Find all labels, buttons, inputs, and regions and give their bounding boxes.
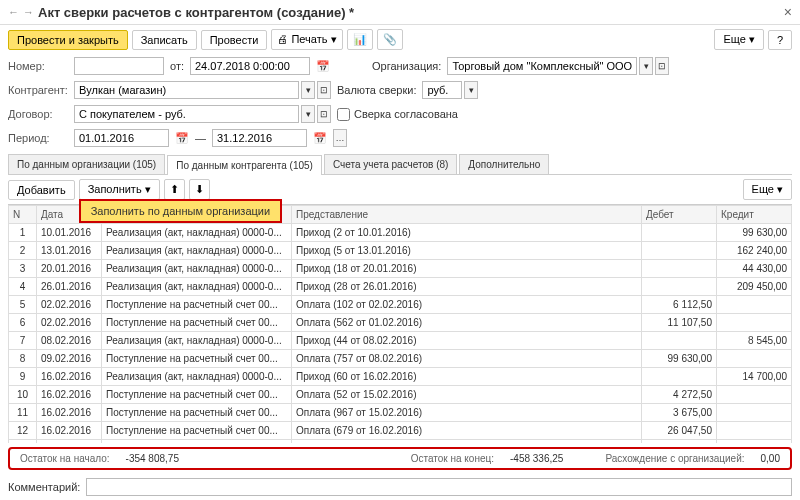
open-icon[interactable]: ⊡ <box>317 105 331 123</box>
write-button[interactable]: Записать <box>132 30 197 50</box>
help-button[interactable]: ? <box>768 30 792 50</box>
period-label: Период: <box>8 132 68 144</box>
table-row[interactable]: 1116.02.2016Поступление на расчетный сче… <box>9 404 792 422</box>
currency-input[interactable] <box>422 81 462 99</box>
post-button[interactable]: Провести <box>201 30 268 50</box>
table-row[interactable]: 426.01.2016Реализация (акт, накладная) 0… <box>9 278 792 296</box>
dropdown-icon[interactable]: ▾ <box>301 105 315 123</box>
table-row[interactable]: 1319.02.2016Поступление на расчетный сче… <box>9 440 792 444</box>
report-icon[interactable]: 📊 <box>347 29 373 50</box>
tab-3[interactable]: Дополнительно <box>459 154 549 174</box>
table-row[interactable]: 110.01.2016Реализация (акт, накладная) 0… <box>9 224 792 242</box>
period-to-input[interactable] <box>212 129 307 147</box>
print-button[interactable]: 🖨 Печать ▾ <box>271 29 342 50</box>
agreed-checkbox[interactable]: Сверка согласована <box>337 108 458 121</box>
table-row[interactable]: 708.02.2016Реализация (акт, накладная) 0… <box>9 332 792 350</box>
contractor-input[interactable] <box>74 81 299 99</box>
dropdown-icon[interactable]: ▾ <box>301 81 315 99</box>
diff-label: Расхождение с организацией: <box>605 453 744 464</box>
date-input[interactable] <box>190 57 310 75</box>
table-row[interactable]: 1216.02.2016Поступление на расчетный сче… <box>9 422 792 440</box>
number-input[interactable] <box>74 57 164 75</box>
end-balance-value: -458 336,25 <box>510 453 563 464</box>
move-up-icon[interactable]: ⬆ <box>164 179 185 200</box>
calendar-icon[interactable]: 📅 <box>316 60 330 73</box>
table-row[interactable]: 320.01.2016Реализация (акт, накладная) 0… <box>9 260 792 278</box>
end-balance-label: Остаток на конец: <box>411 453 494 464</box>
dropdown-icon[interactable]: ▾ <box>464 81 478 99</box>
col-header[interactable]: Представление <box>292 206 642 224</box>
more-button[interactable]: Еще ▾ <box>714 29 763 50</box>
comment-input[interactable] <box>86 478 792 496</box>
nav-fwd-icon[interactable]: → <box>23 6 34 18</box>
window-title: Акт сверки расчетов с контрагентом (созд… <box>38 5 784 20</box>
tab-1[interactable]: По данным контрагента (105) <box>167 155 322 175</box>
nav-back-icon[interactable]: ← <box>8 6 19 18</box>
start-balance-value: -354 808,75 <box>126 453 179 464</box>
from-label: от: <box>170 60 184 72</box>
org-label: Организация: <box>372 60 441 72</box>
table-row[interactable]: 502.02.2016Поступление на расчетный счет… <box>9 296 792 314</box>
number-label: Номер: <box>8 60 68 72</box>
table-row[interactable]: 916.02.2016Реализация (акт, накладная) 0… <box>9 368 792 386</box>
period-from-input[interactable] <box>74 129 169 147</box>
col-header[interactable]: Кредит <box>717 206 792 224</box>
tab-2[interactable]: Счета учета расчетов (8) <box>324 154 457 174</box>
comment-label: Комментарий: <box>8 481 80 493</box>
attach-icon[interactable]: 📎 <box>377 29 403 50</box>
open-icon[interactable]: ⊡ <box>317 81 331 99</box>
table-row[interactable]: 213.01.2016Реализация (акт, накладная) 0… <box>9 242 792 260</box>
contract-input[interactable] <box>74 105 299 123</box>
dropdown-icon[interactable]: ▾ <box>639 57 653 75</box>
contract-label: Договор: <box>8 108 68 120</box>
col-header[interactable]: Дебет <box>642 206 717 224</box>
table-row[interactable]: 809.02.2016Поступление на расчетный счет… <box>9 350 792 368</box>
tab-0[interactable]: По данным организации (105) <box>8 154 165 174</box>
currency-label: Валюта сверки: <box>337 84 416 96</box>
calendar-icon[interactable]: 📅 <box>313 132 327 145</box>
col-header[interactable]: N <box>9 206 37 224</box>
fill-menu-item[interactable]: Заполнить по данным организации <box>79 199 283 223</box>
open-icon[interactable]: ⊡ <box>655 57 669 75</box>
contractor-label: Контрагент: <box>8 84 68 96</box>
fill-button[interactable]: Заполнить ▾ <box>79 179 160 200</box>
calendar-icon[interactable]: 📅 <box>175 132 189 145</box>
table-row[interactable]: 602.02.2016Поступление на расчетный счет… <box>9 314 792 332</box>
move-down-icon[interactable]: ⬇ <box>189 179 210 200</box>
org-input[interactable] <box>447 57 637 75</box>
table-row[interactable]: 1016.02.2016Поступление на расчетный сче… <box>9 386 792 404</box>
add-button[interactable]: Добавить <box>8 180 75 200</box>
start-balance-label: Остаток на начало: <box>20 453 110 464</box>
post-close-button[interactable]: Провести и закрыть <box>8 30 128 50</box>
sub-more-button[interactable]: Еще ▾ <box>743 179 792 200</box>
diff-value: 0,00 <box>761 453 780 464</box>
period-select-icon[interactable]: … <box>333 129 347 147</box>
close-icon[interactable]: × <box>784 4 792 20</box>
